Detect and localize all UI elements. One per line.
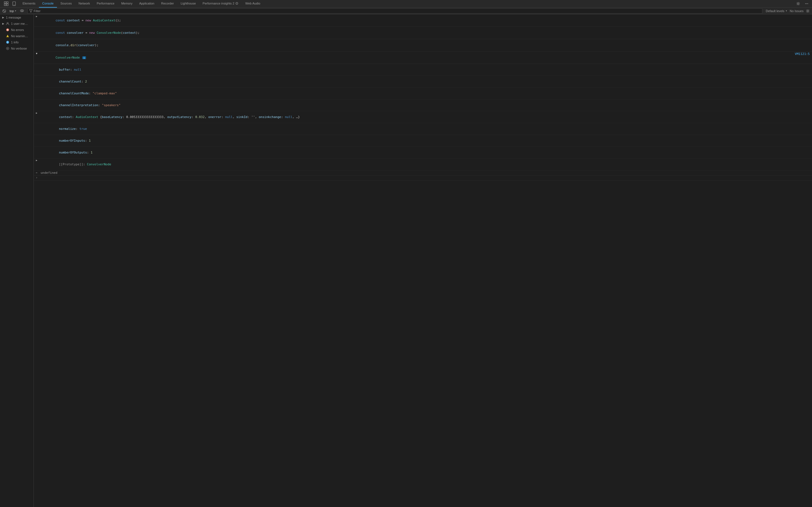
tab-web-audio[interactable]: Web Audio <box>242 0 264 8</box>
device-toolbar-button[interactable] <box>11 1 17 6</box>
expand-btn-4[interactable]: ▼ <box>36 52 37 55</box>
verbose-icon <box>6 47 9 50</box>
svg-point-32 <box>7 48 8 49</box>
tab-sources[interactable]: Sources <box>57 0 75 8</box>
prop-numberofinputs: numberOfInputs: 1 <box>34 135 812 147</box>
line-source-vm[interactable]: VM1121:5 <box>793 52 812 56</box>
gutter-channelcountmode <box>34 88 40 88</box>
prop-normalize: normalize: true <box>34 123 812 135</box>
tab-bar: Elements Console Sources Network Perform… <box>0 0 812 8</box>
inspect-element-button[interactable] <box>3 1 10 6</box>
tab-lighthouse[interactable]: Lighthouse <box>177 0 199 8</box>
sidebar-label-messages: 1 message <box>6 16 21 19</box>
tab-network[interactable]: Network <box>75 0 93 8</box>
console-panel[interactable]: ▶ const context = new AudioContext(); co… <box>34 14 812 507</box>
default-levels-selector[interactable]: Default levels <box>765 9 789 13</box>
prop-buffer: buffer: null <box>34 64 812 76</box>
gutter-prototype: ▶ <box>34 159 40 162</box>
expand-arrow-messages: ▶ <box>2 16 4 19</box>
filter-icon <box>29 9 33 12</box>
svg-point-9 <box>798 3 799 4</box>
main-content: ▶ 1 message ▶ 1 user me… ▶ No errors ▶ <box>0 14 812 507</box>
entry-content-3: console.dir(convolver); <box>40 40 812 51</box>
svg-point-12 <box>808 3 808 4</box>
svg-point-8 <box>237 4 237 4</box>
entry-content-1: const context = new AudioContext(); <box>40 15 812 26</box>
svg-rect-1 <box>6 2 8 3</box>
svg-marker-15 <box>15 10 16 11</box>
gutter-normalize <box>34 123 40 123</box>
tab-performance[interactable]: Performance <box>93 0 118 8</box>
expand-prototype-btn[interactable]: ▶ <box>36 159 37 162</box>
entry-content-2: const convolver = new ConvolverNode(cont… <box>40 27 812 39</box>
svg-marker-19 <box>786 10 787 11</box>
console-settings-button[interactable] <box>805 8 811 13</box>
prop-channelcount: channelCount: 2 <box>34 76 812 88</box>
sidebar-label-warnings: No warnin… <box>11 34 28 38</box>
sidebar: ▶ 1 message ▶ 1 user me… ▶ No errors ▶ <box>0 14 34 507</box>
settings-button[interactable] <box>795 1 801 6</box>
prop-numberofoutputs: numberOfOutputs: 1 <box>34 147 812 159</box>
tab-application[interactable]: Application <box>136 0 158 8</box>
expand-btn-1[interactable]: ▶ <box>36 15 37 18</box>
error-icon <box>6 28 9 32</box>
entry-content-undefined: undefined <box>40 171 812 175</box>
sidebar-label-info: 1 info <box>11 41 18 44</box>
svg-rect-3 <box>6 4 8 6</box>
no-issues-badge: No Issues <box>790 9 804 13</box>
svg-marker-18 <box>29 10 33 12</box>
prop-prototype: ▶ [[Prototype]]: ConvolverNode <box>34 159 812 170</box>
tab-performance-insights[interactable]: Performance insights 2 <box>199 0 242 8</box>
sidebar-item-warnings[interactable]: ▶ No warnin… <box>0 33 34 39</box>
toolbar-right: Default levels No Issues <box>765 8 811 13</box>
gutter-context: ▶ <box>34 111 40 114</box>
more-options-button[interactable] <box>804 1 810 6</box>
tab-console[interactable]: Console <box>39 0 57 8</box>
console-entry-convolver-node: ▼ ConvolverNode i VM1121:5 <box>34 52 812 64</box>
tab-settings <box>793 1 812 6</box>
console-entry-3: console.dir(convolver); <box>34 39 812 52</box>
gutter-buffer <box>34 64 40 64</box>
sidebar-item-errors[interactable]: ▶ No errors <box>0 27 34 33</box>
svg-rect-2 <box>4 4 6 6</box>
sidebar-label-verbose: No verbose <box>11 47 27 50</box>
toolbar: top Filter Default levels No Issues <box>0 8 812 14</box>
gutter-undefined: ← <box>34 171 40 174</box>
expand-context-btn[interactable]: ▶ <box>36 112 37 114</box>
console-entry-undefined: ← undefined <box>34 170 812 175</box>
gutter-channelcount <box>34 76 40 76</box>
svg-point-30 <box>7 41 8 42</box>
tab-recorder[interactable]: Recorder <box>158 0 177 8</box>
gutter-1: ▶ <box>34 15 40 18</box>
devtools-icons <box>1 1 19 6</box>
console-entry-2: const convolver = new ConvolverNode(cont… <box>34 27 812 39</box>
live-expressions-button[interactable] <box>19 8 25 13</box>
filter-area[interactable]: Filter <box>28 8 762 13</box>
sidebar-item-info[interactable]: ▶ 1 info <box>0 39 34 45</box>
clear-console-button[interactable] <box>1 8 7 13</box>
filter-label: Filter <box>34 9 40 13</box>
svg-point-17 <box>21 10 22 11</box>
warning-icon <box>6 34 9 38</box>
prop-channelcountmode: channelCountMode: "clamped-max" <box>34 88 812 100</box>
gutter-4: ▼ <box>34 52 40 55</box>
prompt-input[interactable] <box>40 176 812 176</box>
svg-line-14 <box>3 10 5 12</box>
tab-elements[interactable]: Elements <box>19 0 39 8</box>
tab-memory[interactable]: Memory <box>118 0 136 8</box>
return-arrow: ← <box>36 171 38 174</box>
sidebar-item-user-messages[interactable]: ▶ 1 user me… <box>0 20 34 27</box>
svg-point-11 <box>806 3 807 4</box>
console-entry-1: ▶ const context = new AudioContext(); <box>34 14 812 27</box>
sidebar-item-messages[interactable]: ▶ 1 message <box>0 14 34 20</box>
toolbar-left: top <box>1 8 25 13</box>
svg-point-10 <box>805 3 806 4</box>
prop-context: ▶ context: AudioContext {baseLatency: 0.… <box>34 111 812 123</box>
top-selector[interactable]: top <box>8 9 18 13</box>
sidebar-item-verbose[interactable]: ▶ No verbose <box>0 45 34 52</box>
prompt-chevron: › <box>36 176 38 179</box>
console-prompt-line[interactable]: › <box>34 175 812 180</box>
expand-arrow-user: ▶ <box>2 22 4 25</box>
info-icon <box>6 41 9 44</box>
sidebar-label-errors: No errors <box>11 28 24 32</box>
